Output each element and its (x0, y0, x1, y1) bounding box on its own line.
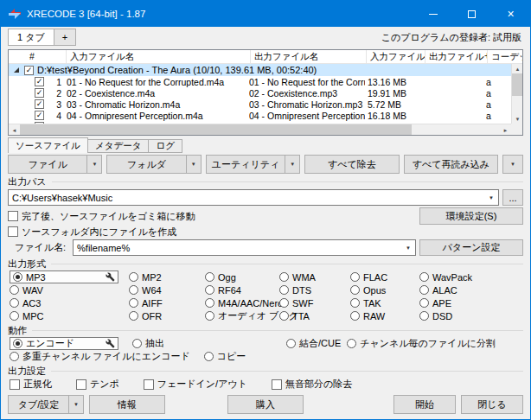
filename-label: ファイル名: (15, 241, 66, 254)
chevron-down-icon[interactable]: ▼ (484, 190, 498, 205)
info-button[interactable]: 情報 (89, 395, 165, 414)
scroll-right-icon[interactable]: ► (500, 124, 511, 136)
folder-group-row[interactable]: ✓ D:¥test¥Beyond Creation - The Aura (10… (9, 64, 511, 76)
start-button[interactable]: 開始 (393, 395, 456, 414)
format-raw[interactable]: RAW (350, 311, 419, 321)
table-row[interactable]: ✓ 2 02 - Coexistence.m4a 02 - Coexistenc… (9, 87, 511, 99)
horizontal-scrollbar[interactable]: ◄ ► (9, 124, 511, 135)
format-ape[interactable]: APE (419, 298, 523, 309)
environment-settings-button[interactable]: 環境設定(S) (419, 207, 523, 225)
row-checkbox[interactable]: ✓ (35, 77, 44, 86)
action-multichannel-encode[interactable]: 多重チャンネル ファイルにエンコード (10, 350, 190, 363)
silence-removal-checkbox[interactable]: 無音部分の除去 (272, 378, 352, 391)
format-flac[interactable]: FLAC (350, 272, 419, 283)
header-codec[interactable]: コーデック (488, 50, 522, 63)
action-extract[interactable]: 抽出 (132, 337, 164, 350)
format-tak[interactable]: TAK (350, 298, 419, 309)
browse-button[interactable]: ... (502, 189, 523, 206)
format-ac3[interactable]: AC3 (10, 298, 129, 309)
format-audiobook[interactable]: オーディオ ブック (205, 309, 279, 322)
check-icon: ✓ (26, 67, 33, 74)
window-controls: × (413, 1, 530, 27)
action-join-cue[interactable]: 結合/CUE (286, 337, 341, 350)
move-to-trash-checkbox[interactable]: 完了後、ソースファイルをゴミ箱に移動 (8, 210, 195, 223)
utility-menu-button[interactable]: ユーティリティ ▼ (206, 155, 300, 174)
format-aiff[interactable]: AIFF (129, 298, 205, 309)
wrench-icon[interactable] (106, 272, 115, 282)
wrench-icon[interactable] (106, 339, 115, 348)
file-menu-button[interactable]: ファイル ▼ (8, 155, 102, 174)
header-input-size[interactable]: 入力ファイルサイズ (367, 50, 425, 63)
reload-all-button[interactable]: すべて再読み込み (404, 155, 498, 174)
output-path-combo[interactable]: C:¥Users¥hasek¥Music ▼ (8, 189, 499, 206)
header-number[interactable]: # (9, 50, 67, 63)
format-wavpack[interactable]: WavPack (419, 272, 523, 283)
format-mp2[interactable]: MP2 (129, 272, 205, 283)
table-row[interactable]: ✓ 4 04 - Omnipresent Perception.m4a 04 -… (9, 110, 511, 121)
format-opus[interactable]: Opus (350, 285, 419, 296)
purchase-button[interactable]: 購入 (227, 395, 304, 414)
tempo-checkbox[interactable]: テンポ (76, 378, 119, 391)
create-in-source-checkbox[interactable]: ソースフォルダ内にファイルを作成 (8, 226, 176, 239)
title-bar[interactable]: XRECODE 3 [64-bit] - 1.87 × (1, 1, 530, 27)
remove-all-button[interactable]: すべて除去 (304, 155, 399, 174)
format-w64[interactable]: W64 (129, 285, 205, 296)
format-dts-label: DTS (292, 285, 311, 296)
tab-metadata-label: メタデータ (95, 140, 141, 152)
fade-in-out-checkbox[interactable]: フェードイン/アウト (144, 378, 247, 391)
format-rf64[interactable]: RF64 (205, 285, 279, 296)
minimize-button[interactable] (413, 1, 452, 27)
row-checkbox[interactable]: ✓ (35, 88, 44, 98)
tab-log[interactable]: ログ (149, 139, 182, 153)
close-button[interactable]: × (491, 1, 530, 27)
scroll-left-icon[interactable]: ◄ (9, 124, 20, 136)
group-checkbox[interactable]: ✓ (24, 66, 34, 75)
format-dsd-label: DSD (432, 311, 452, 321)
format-wav[interactable]: WAV (10, 285, 129, 296)
header-output-size[interactable]: 出力ファイルサイズ (425, 50, 488, 63)
format-m4a-aac-nero[interactable]: M4A/AAC/Nero (205, 298, 279, 309)
tab-source-files[interactable]: ソースファイル (8, 137, 88, 153)
format-mpc[interactable]: MPC (10, 311, 129, 321)
folder-menu-button[interactable]: フォルダ ▼ (106, 155, 201, 174)
maximize-button[interactable] (452, 1, 491, 27)
table-row[interactable]: ✓ 3 03 - Chromatic Horizon.m4a 03 - Chro… (9, 99, 511, 110)
action-split-per-channel[interactable]: チャンネル毎のファイルに分割 (347, 337, 496, 350)
start-label: 開始 (415, 398, 434, 411)
action-encode[interactable]: エンコード (10, 337, 118, 350)
close-window-button[interactable]: 閉じる (461, 395, 523, 414)
action-copy[interactable]: コピー (204, 350, 246, 363)
more-options-button[interactable]: ▼ (502, 155, 523, 174)
checkbox-icon (8, 226, 18, 237)
format-swf[interactable]: SWF (279, 298, 350, 309)
format-tta[interactable]: TTA (279, 311, 350, 321)
format-alac[interactable]: ALAC (419, 285, 523, 296)
format-ofr[interactable]: OFR (129, 311, 205, 321)
format-dsd[interactable]: DSD (419, 311, 523, 321)
header-input-file[interactable]: 入力ファイル名 (67, 50, 251, 63)
format-ogg[interactable]: Ogg (205, 272, 279, 283)
tab-1[interactable]: 1 タブ (8, 29, 54, 46)
vertical-scrollbar[interactable]: ▲ ▼ (511, 64, 522, 124)
add-tab-button[interactable]: + (54, 29, 76, 46)
vertical-scroll-thumb[interactable] (512, 73, 523, 96)
tab-metadata[interactable]: メタデータ (88, 139, 149, 153)
pattern-settings-button[interactable]: パターン設定 (419, 239, 523, 256)
filename-pattern-combo[interactable]: %filename% ▼ (73, 239, 416, 256)
format-dts[interactable]: DTS (279, 285, 350, 296)
row-checkbox[interactable]: ✓ (35, 99, 44, 109)
output-settings-section-label: 出力設定 (8, 365, 46, 378)
format-wma[interactable]: WMA (279, 272, 350, 283)
format-mp3[interactable]: MP3 (10, 270, 118, 283)
normalize-checkbox[interactable]: 正規化 (10, 378, 52, 391)
scroll-down-icon[interactable]: ▼ (512, 114, 523, 124)
tab-settings-button[interactable]: タブ/設定 ▼ (8, 395, 84, 414)
expand-icon[interactable] (14, 67, 19, 73)
header-output-file[interactable]: 出力ファイル名 (251, 50, 367, 63)
utility-menu-label: ユーティリティ (207, 158, 285, 171)
scroll-up-icon[interactable]: ▲ (512, 64, 523, 73)
horizontal-scroll-thumb[interactable] (20, 124, 412, 136)
row-checkbox[interactable]: ✓ (35, 111, 44, 120)
table-row[interactable]: ✓ 1 01 - No Request for the Corrupted.m4… (9, 76, 511, 87)
chevron-down-icon[interactable]: ▼ (401, 240, 415, 255)
